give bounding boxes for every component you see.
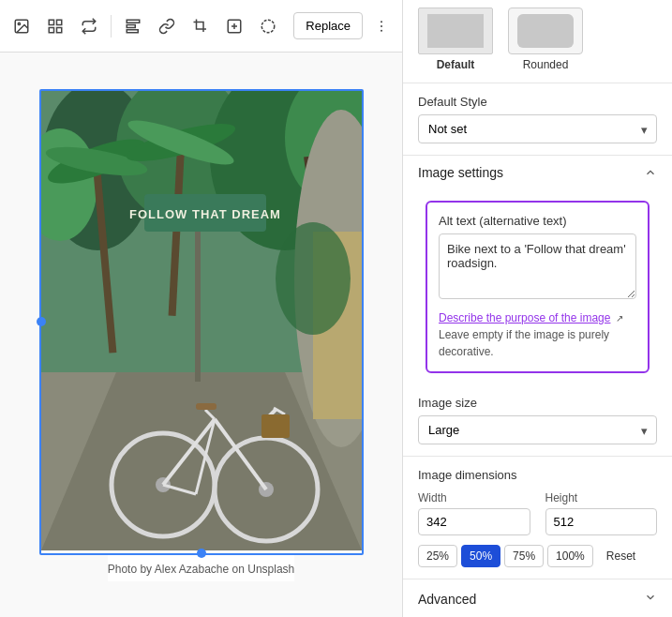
bottom-resize-handle[interactable] bbox=[197, 549, 206, 558]
pct-50-button[interactable]: 50% bbox=[461, 545, 500, 567]
advanced-section: Advanced bbox=[403, 579, 672, 617]
image-settings-collapse-icon bbox=[644, 166, 657, 179]
image-size-select-wrapper: Large Medium Small Full Size Custom ▾ bbox=[418, 415, 657, 444]
width-label: Width bbox=[418, 491, 530, 504]
circle-select-icon[interactable] bbox=[254, 12, 282, 40]
image-dims-section: Image dimensions Width Height 25% 50% 75… bbox=[403, 457, 672, 579]
describe-link-row: Describe the purpose of the image ↗ Leav… bbox=[439, 309, 636, 360]
more-options-icon[interactable] bbox=[368, 13, 395, 39]
image-size-label: Image size bbox=[418, 396, 657, 410]
style-thumb-rounded bbox=[508, 8, 583, 54]
right-panel: Default Rounded Default Style Not set ▾ … bbox=[403, 0, 672, 617]
pct-75-button[interactable]: 75% bbox=[504, 545, 544, 567]
pct-100-button[interactable]: 100% bbox=[547, 545, 593, 567]
svg-point-47 bbox=[276, 222, 351, 335]
reset-button[interactable]: Reset bbox=[601, 546, 641, 566]
svg-rect-3 bbox=[57, 20, 62, 24]
svg-rect-6 bbox=[127, 20, 140, 23]
advanced-header[interactable]: Advanced bbox=[418, 591, 657, 607]
left-panel: Replace bbox=[0, 0, 403, 617]
image-dims-label: Image dimensions bbox=[418, 468, 657, 482]
crop-icon[interactable] bbox=[187, 12, 215, 40]
move-icon[interactable] bbox=[75, 12, 103, 40]
image-settings-outer: Image settings Alt text (alternative tex… bbox=[403, 156, 672, 373]
percent-buttons: 25% 50% 75% 100% Reset bbox=[418, 545, 657, 567]
author-link[interactable]: Alex Azabache bbox=[155, 563, 229, 576]
style-thumb-inner-rounded bbox=[517, 14, 574, 48]
svg-rect-8 bbox=[127, 29, 138, 32]
image-container: FOLLOW THAT DREAM bbox=[0, 53, 402, 617]
height-label: Height bbox=[545, 491, 658, 504]
svg-rect-4 bbox=[49, 27, 53, 32]
align-icon[interactable] bbox=[119, 12, 147, 40]
svg-rect-44 bbox=[261, 414, 290, 438]
grid-icon[interactable] bbox=[41, 12, 69, 40]
dims-row: Width Height bbox=[418, 491, 657, 535]
image-settings-header[interactable]: Image settings bbox=[414, 156, 661, 189]
style-thumb-inner-default bbox=[427, 14, 484, 48]
style-option-rounded[interactable]: Rounded bbox=[508, 8, 583, 71]
svg-rect-43 bbox=[196, 403, 217, 410]
image-preview: FOLLOW THAT DREAM bbox=[41, 91, 362, 550]
link-icon[interactable] bbox=[153, 12, 181, 40]
advanced-title: Advanced bbox=[418, 592, 476, 607]
style-options: Default Rounded bbox=[403, 0, 672, 83]
svg-rect-5 bbox=[57, 27, 62, 32]
image-settings-title: Image settings bbox=[418, 165, 503, 180]
source-link[interactable]: Unsplash bbox=[247, 563, 294, 576]
svg-rect-2 bbox=[49, 20, 53, 24]
image-size-select[interactable]: Large Medium Small Full Size Custom bbox=[418, 415, 657, 444]
image-caption: Photo by Alex Azabache on Unsplash bbox=[108, 555, 295, 581]
divider-1 bbox=[111, 15, 112, 38]
alt-text-input[interactable] bbox=[439, 233, 636, 299]
svg-text:FOLLOW THAT DREAM: FOLLOW THAT DREAM bbox=[129, 207, 281, 221]
image-wrapper[interactable]: FOLLOW THAT DREAM bbox=[39, 89, 364, 555]
default-style-select-wrapper: Not set ▾ bbox=[418, 114, 657, 143]
style-thumb-default bbox=[418, 8, 493, 54]
replace-button[interactable]: Replace bbox=[293, 12, 363, 39]
height-input[interactable] bbox=[545, 508, 658, 535]
svg-point-12 bbox=[381, 25, 382, 27]
svg-point-10 bbox=[261, 20, 275, 33]
style-label-rounded: Rounded bbox=[523, 58, 569, 71]
advanced-chevron-icon bbox=[644, 591, 657, 607]
svg-point-1 bbox=[18, 23, 20, 24]
height-field: Height bbox=[545, 491, 658, 535]
style-option-default[interactable]: Default bbox=[418, 8, 493, 71]
svg-point-11 bbox=[381, 21, 382, 23]
image-settings-section: Alt text (alternative text) Describe the… bbox=[426, 201, 650, 373]
left-resize-handle[interactable] bbox=[37, 317, 46, 326]
svg-rect-7 bbox=[127, 24, 135, 27]
text-overlay-icon[interactable] bbox=[220, 12, 248, 40]
default-style-section: Default Style Not set ▾ bbox=[403, 83, 672, 156]
alt-text-label: Alt text (alternative text) bbox=[439, 214, 636, 228]
external-link-icon: ↗ bbox=[616, 313, 623, 324]
image-size-section: Image size Large Medium Small Full Size … bbox=[403, 384, 672, 457]
image-toolbar: Replace bbox=[0, 0, 402, 53]
default-style-select[interactable]: Not set bbox=[418, 114, 657, 143]
svg-rect-29 bbox=[195, 213, 201, 382]
image-icon[interactable] bbox=[7, 12, 36, 40]
default-style-label: Default Style bbox=[418, 95, 657, 109]
width-input[interactable] bbox=[418, 508, 530, 535]
width-field: Width bbox=[418, 491, 530, 535]
style-label-default: Default bbox=[437, 58, 475, 71]
describe-link[interactable]: Describe the purpose of the image bbox=[439, 311, 610, 324]
svg-point-13 bbox=[381, 29, 382, 31]
pct-25-button[interactable]: 25% bbox=[418, 545, 457, 567]
